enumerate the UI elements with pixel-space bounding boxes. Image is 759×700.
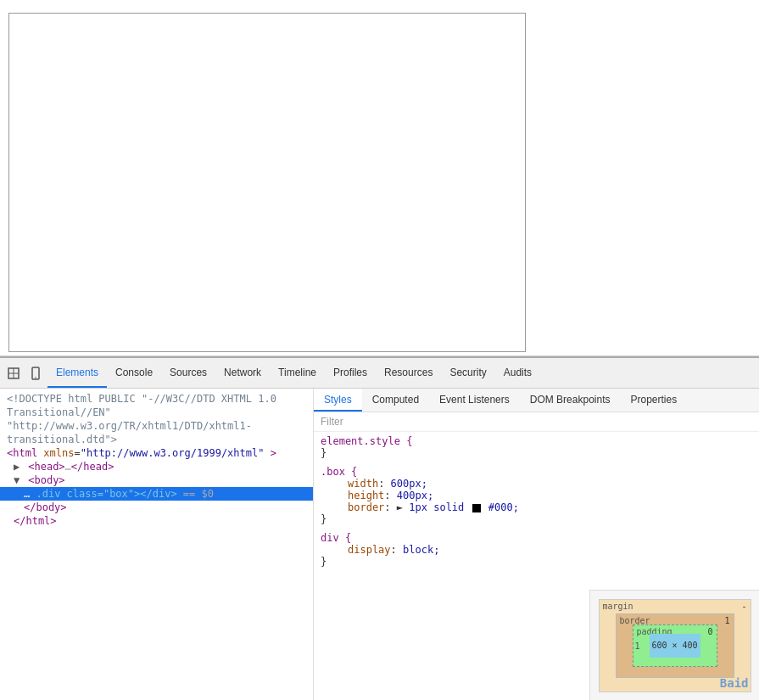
styles-tab-event-listeners[interactable]: Event Listeners xyxy=(429,389,520,412)
box-model: margin - border 1 padding 0 1 600 × 400 xyxy=(589,590,759,700)
html-line-html[interactable]: <html xmlns="http://www.w3.org/1999/xhtm… xyxy=(0,446,313,460)
tab-audits[interactable]: Audits xyxy=(495,358,540,388)
page-canvas xyxy=(8,13,526,352)
styles-tab-properties[interactable]: Properties xyxy=(620,389,687,412)
styles-tab-computed[interactable]: Computed xyxy=(362,389,429,412)
css-prop-display: display: block; xyxy=(321,544,752,556)
svg-point-4 xyxy=(35,377,36,378)
elements-panel[interactable]: <!DOCTYPE html PUBLIC "-//W3C//DTD XHTML… xyxy=(0,389,314,700)
css-rule-box: .box { width: 600px; height: 400px; bord… xyxy=(321,466,752,525)
css-prop-width: width: 600px; xyxy=(321,478,752,490)
baidu-watermark: Baid xyxy=(720,676,749,690)
tab-console[interactable]: Console xyxy=(107,358,161,388)
styles-tab-styles[interactable]: Styles xyxy=(314,389,362,412)
css-prop-height: height: 400px; xyxy=(321,490,752,501)
devtools-toolbar: Elements Console Sources Network Timelin… xyxy=(0,358,759,389)
html-line-div-selected[interactable]: … .div class="box"></div> == $0 xyxy=(0,487,313,501)
tab-sources[interactable]: Sources xyxy=(161,358,215,388)
html-line-body[interactable]: ▼ <body> xyxy=(0,473,313,487)
tab-elements[interactable]: Elements xyxy=(47,358,107,388)
tab-profiles[interactable]: Profiles xyxy=(325,358,376,388)
css-rule-div: div { display: block; } xyxy=(321,532,752,568)
html-line-dtd2: transitional.dtd"> xyxy=(0,433,313,446)
html-line-doctype2: Transitional//EN" xyxy=(0,406,313,419)
devtools-body: <!DOCTYPE html PUBLIC "-//W3C//DTD XHTML… xyxy=(0,389,759,700)
box-model-content: 600 × 400 xyxy=(650,634,700,658)
devtools-panel: Elements Console Sources Network Timelin… xyxy=(0,356,759,700)
html-line-body-close[interactable]: </body> xyxy=(0,501,313,514)
box-model-border: border 1 padding 0 1 600 × 400 xyxy=(616,613,734,678)
browser-viewport xyxy=(0,0,759,356)
box-model-padding: padding 0 1 600 × 400 xyxy=(633,624,717,667)
inspect-element-icon[interactable] xyxy=(3,363,24,384)
css-rule-element-style: element.style { } xyxy=(321,435,752,459)
tab-network[interactable]: Network xyxy=(215,358,270,388)
html-line-head[interactable]: ▶ <head>…</head> xyxy=(0,460,313,473)
mobile-icon[interactable] xyxy=(25,363,46,384)
html-line-html-close[interactable]: </html> xyxy=(0,514,313,528)
box-model-margin: margin - border 1 padding 0 1 600 × 400 xyxy=(599,599,751,692)
html-line-dtd: "http://www.w3.org/TR/xhtml1/DTD/xhtml1- xyxy=(0,419,313,433)
tab-security[interactable]: Security xyxy=(441,358,494,388)
html-line-doctype: <!DOCTYPE html PUBLIC "-//W3C//DTD XHTML… xyxy=(0,392,313,406)
tab-resources[interactable]: Resources xyxy=(376,358,441,388)
styles-tabs: Styles Computed Event Listeners DOM Brea… xyxy=(314,389,759,412)
tab-timeline[interactable]: Timeline xyxy=(270,358,325,388)
styles-tab-dom-breakpoints[interactable]: DOM Breakpoints xyxy=(520,389,621,412)
styles-filter-bar: Filter xyxy=(314,412,759,432)
css-prop-border: border: ► 1px solid #000; xyxy=(321,501,752,513)
styles-panel: Styles Computed Event Listeners DOM Brea… xyxy=(314,389,759,700)
